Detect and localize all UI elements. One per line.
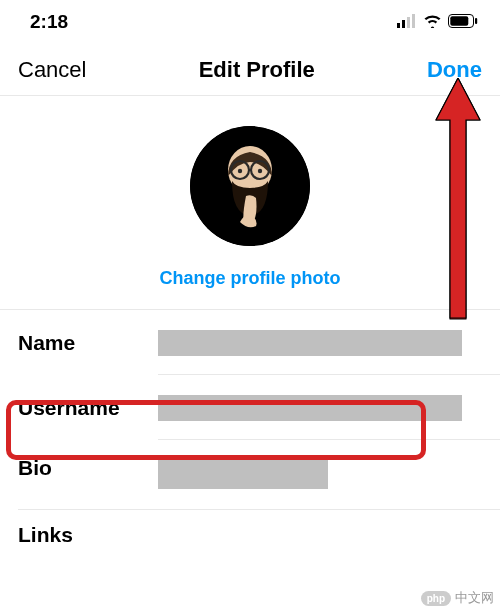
links-label: Links: [18, 523, 158, 547]
watermark-text: 中文网: [455, 589, 494, 607]
name-label: Name: [18, 331, 158, 355]
svg-rect-3: [412, 14, 415, 28]
cellular-signal-icon: [397, 11, 417, 33]
svg-rect-0: [397, 23, 400, 28]
battery-icon: [448, 11, 478, 33]
svg-point-13: [258, 169, 262, 173]
bio-label: Bio: [18, 456, 158, 480]
username-label: Username: [18, 396, 158, 420]
bio-input[interactable]: [158, 459, 328, 489]
svg-rect-5: [450, 16, 468, 25]
change-photo-button[interactable]: Change profile photo: [160, 268, 341, 289]
page-title: Edit Profile: [199, 57, 315, 83]
field-row-bio: Bio: [0, 440, 500, 510]
svg-point-12: [238, 169, 242, 173]
field-row-username: Username: [0, 375, 500, 440]
profile-photo-section: Change profile photo: [0, 96, 500, 310]
status-bar: 2:18: [0, 0, 500, 44]
svg-rect-1: [402, 20, 405, 28]
status-right: [397, 11, 478, 33]
svg-rect-6: [475, 18, 477, 24]
svg-rect-2: [407, 17, 410, 28]
wifi-icon: [423, 11, 442, 33]
status-time: 2:18: [30, 11, 68, 33]
nav-bar: Cancel Edit Profile Done: [0, 44, 500, 96]
username-input[interactable]: [158, 395, 462, 421]
avatar[interactable]: [190, 126, 310, 246]
watermark: php 中文网: [421, 589, 494, 607]
watermark-badge: php: [421, 591, 451, 606]
field-row-name: Name: [0, 310, 500, 375]
done-button[interactable]: Done: [427, 57, 482, 83]
field-row-links[interactable]: Links: [0, 510, 500, 560]
cancel-button[interactable]: Cancel: [18, 57, 86, 83]
name-input[interactable]: [158, 330, 462, 356]
